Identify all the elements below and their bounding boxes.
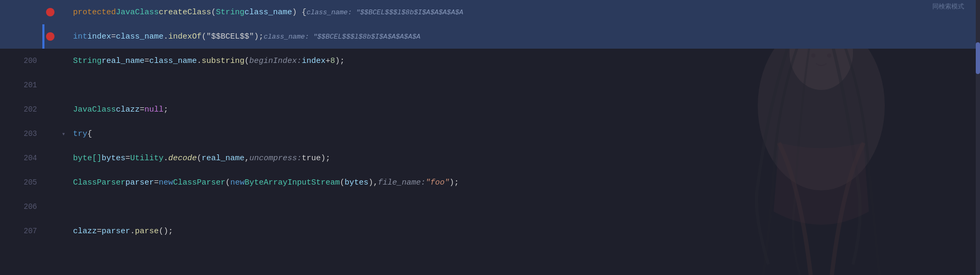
code-line: 203▾try { [0,122,980,146]
code-token: substring [202,57,244,66]
fold-arrow[interactable] [58,170,69,195]
code-token: JavaClass [73,105,116,114]
code-token: ( [244,57,249,66]
code-line: 205 ClassParser parser = new ClassParser… [0,170,980,195]
breakpoint-area[interactable] [42,49,58,73]
code-token: ClassParser [73,178,125,187]
breakpoint-area[interactable] [42,195,58,219]
code-token: parser [125,178,154,187]
code-token: clazz [73,227,97,236]
breakpoint-area[interactable] [42,219,58,243]
code-token: = [111,32,116,41]
fold-arrow[interactable] [58,49,69,73]
code-line: 206 [0,195,980,219]
code-token: (); [159,227,173,236]
code-token: createClass [159,8,211,17]
code-token: ) { [292,8,306,17]
line-content: byte[] bytes = Utility.decode(real_name,… [69,146,980,170]
code-token: = [125,154,130,163]
code-area: protected JavaClass createClass(String c… [0,0,980,243]
line-number: 202 [0,97,42,122]
line-number: 206 [0,195,42,219]
code-token: ( [225,178,230,187]
code-token: = [140,105,144,114]
code-token: parse [135,227,159,236]
fold-arrow[interactable]: ▾ [58,122,69,146]
line-number [0,0,42,24]
breakpoint-area[interactable] [42,122,58,146]
code-token: decode [168,154,197,163]
code-token: real_name [102,57,144,66]
code-token: = [97,227,102,236]
code-token: real_name [202,154,244,163]
top-right-label: 同検索模式 [932,2,964,11]
code-token: + [325,57,330,66]
line-content: ClassParser parser = new ClassParser(new… [69,170,980,195]
code-token: int [73,32,87,41]
line-content [69,73,980,97]
code-token: String [73,57,102,66]
fold-arrow[interactable] [58,219,69,243]
code-token: indexOf [168,32,202,41]
code-token: protected [73,8,116,17]
code-token: , [244,154,249,163]
line-content: protected JavaClass createClass(String c… [69,0,980,24]
fold-arrow[interactable] [58,97,69,122]
code-token: ; [164,105,168,114]
breakpoint-marker[interactable] [46,32,55,41]
line-content: JavaClass clazz = null; [69,97,980,122]
code-token: class_name [244,8,292,17]
code-token: = [144,57,149,66]
fold-arrow[interactable] [58,195,69,219]
code-token: = [154,178,159,187]
code-token: index [302,57,325,66]
breakpoint-area[interactable] [42,146,58,170]
breakpoint-marker[interactable] [46,8,55,16]
code-token: . [197,57,202,66]
code-token: class_name: "$$BCEL$$$l$8b$I$A$A$A$A$A [306,8,463,16]
line-content: int index = class_name.indexOf("$$BCEL$$… [69,24,980,49]
code-line: 204 byte[] bytes = Utility.decode(real_n… [0,146,980,170]
fold-arrow[interactable] [58,24,69,49]
code-token: index [87,32,111,41]
breakpoint-area[interactable] [42,97,58,122]
code-token: true [302,154,321,163]
line-number: 204 [0,146,42,170]
code-token: Utility [130,154,164,163]
line-number [0,24,42,49]
scrollbar-thumb[interactable] [976,42,980,74]
line-number: 201 [0,73,42,97]
code-line: int index = class_name.indexOf("$$BCEL$$… [0,24,980,49]
line-content: try { [69,122,980,146]
code-token: null [144,105,164,114]
fold-arrow[interactable] [58,73,69,97]
code-token: . [164,154,168,163]
code-token: file_name: [378,178,425,187]
editor-container: 同検索模式 protected JavaClass createClass(St… [0,0,980,275]
breakpoint-area[interactable] [42,0,58,24]
line-content: clazz = parser.parse(); [69,219,980,243]
fold-arrow[interactable] [58,0,69,24]
code-token: class_name [116,32,164,41]
code-token: try [73,130,87,139]
code-token: uncompress: [249,154,302,163]
line-content [69,195,980,219]
vertical-scrollbar[interactable] [976,0,980,275]
code-token: class_name [149,57,197,66]
fold-arrow[interactable] [58,146,69,170]
code-token: ); [321,154,330,163]
line-number: 203 [0,122,42,146]
code-token: parser [102,227,130,236]
breakpoint-area[interactable] [42,24,58,49]
breakpoint-area[interactable] [42,73,58,97]
code-token: ); [449,178,459,187]
line-content: String real_name = class_name.substring(… [69,49,980,73]
code-token: bytes [344,178,368,187]
code-token: ByteArrayInputStream [244,178,340,187]
line-number: 207 [0,219,42,243]
code-token: . [164,32,168,41]
code-token: { [87,130,92,139]
breakpoint-area[interactable] [42,170,58,195]
code-token: 8 [330,57,335,66]
code-token: bytes [102,154,125,163]
